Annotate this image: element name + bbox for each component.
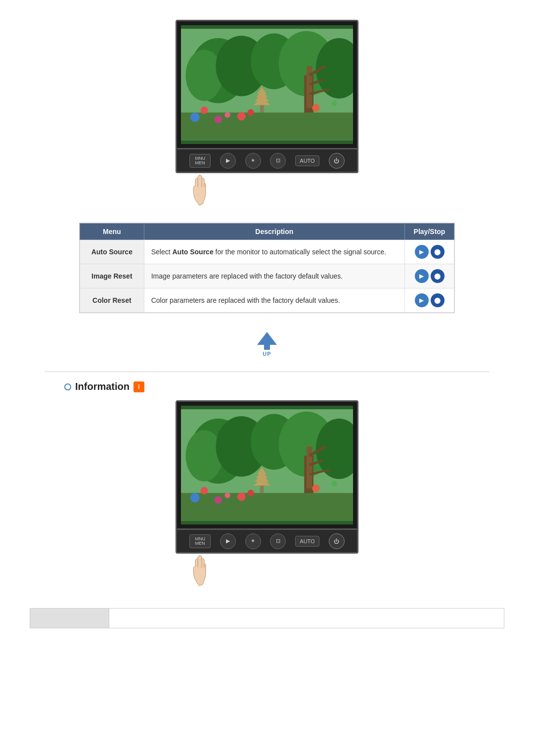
monitor-section-1: MNUMEN ▶ ✶ ⊡ AUTO ⏻: [176, 20, 358, 208]
svg-point-48: [247, 490, 254, 496]
hand-cursor-area-2: [176, 554, 358, 588]
playstop-cell-3: ▶ ⬤: [405, 288, 454, 313]
bottom-table-row: [30, 609, 504, 628]
play-stop-group-3: ▶ ⬤: [412, 293, 447, 307]
menu-button-2[interactable]: MNUMEN: [189, 534, 211, 548]
play-btn-3[interactable]: ▶: [415, 293, 429, 307]
desc-cell-auto-source: Select Auto Source for the monitor to au…: [144, 240, 404, 264]
svg-point-53: [237, 492, 246, 501]
svg-point-25: [237, 112, 246, 120]
svg-marker-26: [257, 332, 277, 345]
play-stop-group-1: ▶ ⬤: [412, 245, 447, 259]
page-wrapper: MNUMEN ▶ ✶ ⊡ AUTO ⏻ Menu Descript: [0, 0, 534, 648]
section-divider: [44, 372, 490, 372]
play-btn-1[interactable]: ▶: [415, 245, 429, 259]
playstop-cell-2: ▶ ⬤: [405, 264, 454, 288]
monitor-screen-2: [181, 406, 353, 524]
monitor-bezel-2: MNUMEN ▶ ✶ ⊡ AUTO ⏻: [176, 530, 358, 554]
play-btn-2[interactable]: ▶: [415, 269, 429, 283]
svg-rect-41: [307, 446, 312, 488]
table-header-menu: Menu: [80, 224, 144, 240]
power-button-1[interactable]: ⏻: [329, 153, 345, 169]
up-arrow-section: UP: [255, 331, 279, 357]
info-icon-box: i: [134, 381, 144, 392]
svg-point-21: [312, 104, 319, 112]
svg-point-51: [190, 493, 200, 502]
svg-point-24: [215, 116, 222, 123]
menu-cell-color-reset: Color Reset: [80, 288, 144, 313]
bottom-table: [30, 608, 504, 628]
power-button-2[interactable]: ⏻: [329, 533, 345, 549]
svg-rect-45: [181, 493, 353, 520]
svg-point-50: [332, 481, 337, 486]
play-button-2[interactable]: ▶: [220, 533, 236, 549]
adjust-button-2[interactable]: ✶: [245, 533, 261, 549]
desc-cell-image-reset: Image parameters are replaced with the f…: [144, 264, 404, 288]
garden-scene-1: [181, 25, 353, 144]
table-header-description: Description: [144, 224, 404, 240]
table-header-playstop: Play/Stop: [405, 224, 454, 240]
play-stop-group-2: ▶ ⬤: [412, 269, 447, 283]
hand-cursor-2: [185, 554, 215, 588]
menu-cell-image-reset: Image Reset: [80, 264, 144, 288]
play-button-1[interactable]: ▶: [220, 153, 236, 169]
display-button-2[interactable]: ⊡: [270, 533, 286, 549]
menu-button-1[interactable]: MNUMEN: [189, 154, 211, 168]
garden-scene-2: [181, 406, 353, 524]
info-header: Information i: [64, 381, 490, 392]
display-button-1[interactable]: ⊡: [270, 153, 286, 169]
hand-cursor-1: [185, 173, 215, 208]
svg-rect-27: [264, 345, 270, 350]
stop-btn-2[interactable]: ⬤: [431, 269, 445, 283]
up-label: UP: [263, 351, 271, 357]
menu-table: Menu Description Play/Stop Auto Source S…: [79, 223, 455, 313]
info-title: Information: [75, 381, 130, 392]
bottom-cell-1: [30, 609, 109, 628]
svg-point-52: [215, 496, 222, 504]
auto-button-2[interactable]: AUTO: [295, 536, 319, 547]
table-row: Image Reset Image parameters are replace…: [80, 264, 454, 288]
table-row: Color Reset Color parameters are replace…: [80, 288, 454, 313]
adjust-button-1[interactable]: ✶: [245, 153, 261, 169]
info-section: Information i: [44, 381, 490, 588]
stop-btn-1[interactable]: ⬤: [431, 245, 445, 259]
monitor-body-2: [176, 400, 358, 530]
hand-cursor-area-1: [176, 173, 358, 208]
svg-point-19: [224, 112, 230, 117]
up-arrow-icon: [255, 331, 279, 351]
svg-point-20: [247, 109, 254, 116]
monitor-bezel-1: MNUMEN ▶ ✶ ⊡ AUTO ⏻: [176, 149, 358, 173]
menu-cell-auto-source: Auto Source: [80, 240, 144, 264]
svg-point-47: [224, 492, 230, 498]
info-circle-icon: [64, 383, 71, 390]
monitor-body-1: [176, 20, 358, 149]
stop-btn-3[interactable]: ⬤: [431, 293, 445, 307]
svg-rect-13: [307, 66, 312, 108]
auto-button-1[interactable]: AUTO: [295, 155, 319, 166]
table-row: Auto Source Select Auto Source for the m…: [80, 240, 454, 264]
svg-point-18: [201, 106, 208, 114]
svg-rect-17: [181, 112, 353, 140]
svg-point-49: [312, 485, 319, 492]
svg-point-22: [332, 100, 337, 106]
playstop-cell-1: ▶ ⬤: [405, 240, 454, 264]
bottom-cell-2: [109, 609, 504, 628]
up-arrow: UP: [255, 331, 279, 357]
svg-point-23: [190, 112, 200, 122]
svg-point-46: [201, 487, 208, 494]
monitor-screen-1: [181, 25, 353, 144]
desc-cell-color-reset: Color parameters are replaced with the f…: [144, 288, 404, 313]
monitor-section-2: MNUMEN ▶ ✶ ⊡ AUTO ⏻: [44, 400, 490, 588]
